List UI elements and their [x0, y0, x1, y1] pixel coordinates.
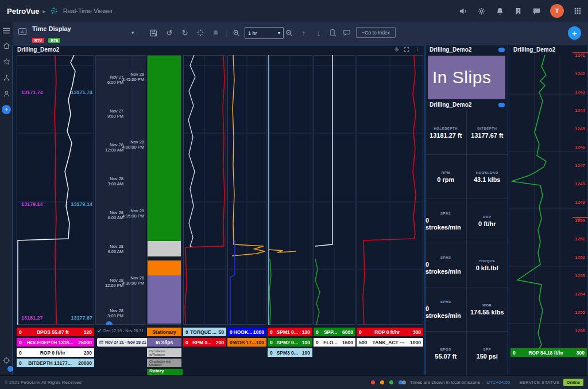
time-cursor-marker[interactable] — [106, 321, 113, 325]
depth-annotation: 13179.14 — [21, 201, 43, 207]
panel-link-icon[interactable] — [498, 48, 505, 52]
legend-state-stationary[interactable]: Stationary — [147, 328, 181, 336]
legend-state-circulation-w-rotation[interactable]: Circulation w/Rotation — [147, 348, 181, 357]
panel-settings-icon[interactable] — [394, 46, 402, 52]
arrow-down-icon[interactable]: ↓ — [314, 28, 324, 38]
legend-rpm[interactable]: 0RPM 0...200 — [183, 338, 226, 347]
legend-spm3[interactable]: 0SPM3 0...100 — [268, 348, 312, 357]
legend-state-in-slips[interactable]: In Slips — [147, 338, 181, 347]
notification-bell-icon[interactable] — [495, 6, 504, 15]
legend-state-circulation-wo-rotation[interactable]: Circulation w/o Rotation — [147, 359, 181, 367]
scale-tick: 1251 — [575, 236, 588, 242]
redo-icon[interactable]: ↻ — [180, 28, 190, 38]
clock-icon — [401, 380, 407, 385]
legend-rop[interactable]: 0ROP 0 ft/hr300 — [357, 328, 423, 336]
brand-logo-text[interactable]: PetroVue — [7, 7, 40, 15]
legend-bpos[interactable]: 0BPOS 55.07 ft120 — [17, 328, 94, 336]
state-block-circulation — [148, 241, 181, 256]
legend-spm2[interactable]: 0SPM2 0...100 — [268, 338, 312, 347]
user-avatar[interactable]: T — [550, 4, 564, 18]
legend-wob[interactable]: 0WOB 17...100 — [227, 338, 266, 347]
zoom-in-icon[interactable] — [231, 28, 241, 38]
panel-expand-icon[interactable] — [404, 46, 412, 52]
value-cell: SPM30 strokes/min — [425, 287, 467, 332]
user-icon[interactable] — [2, 90, 10, 98]
page-title: Real-Time Viewer — [63, 7, 113, 14]
legend-spp[interactable]: 0SPP...6000 — [314, 328, 355, 336]
full-range-label[interactable]: Dec 12 19 - Nov 28 21 — [97, 328, 144, 333]
volume-icon[interactable] — [458, 6, 467, 15]
settings-gear-icon[interactable] — [477, 6, 486, 15]
sparkle-icon[interactable] — [195, 28, 206, 38]
scale-tick: 1256 — [575, 328, 588, 334]
panel-menu-icon[interactable]: ⋮ — [413, 46, 421, 53]
value-cell: TORQUE0 kft.lbf — [467, 243, 508, 287]
toolbar-bell-icon[interactable] — [210, 28, 220, 38]
status-values-panel[interactable]: Drilling_Demo2 In Slips Drilling_Demo2 H… — [425, 45, 508, 376]
dot-orange[interactable] — [380, 380, 384, 384]
panel-link-icon[interactable] — [498, 103, 505, 107]
value-cell: BITDEPTH13177.67 ft — [467, 111, 508, 155]
track-hook-wob[interactable] — [227, 55, 266, 325]
time-tick-minor: Nov 284:00:00 PM — [119, 139, 144, 150]
save-icon[interactable] — [148, 28, 158, 38]
menu-icon[interactable] — [2, 26, 10, 34]
scale-tick: 1255 — [575, 310, 588, 316]
timezone-value[interactable]: UTC+04:00 — [486, 380, 510, 385]
legend-tank-act[interactable]: 500TANK_ACT ---1000 — [357, 338, 423, 347]
depth-annotation: 13171.74 — [21, 90, 43, 95]
track-rop-tank[interactable] — [357, 55, 423, 325]
target-icon[interactable] — [2, 356, 10, 364]
track-spm[interactable] — [268, 55, 312, 325]
view-dropdown-caret-icon[interactable]: ▾ — [127, 28, 138, 38]
legend-rop-depth-track[interactable]: 0ROP 0 ft/hr200 — [17, 348, 94, 357]
dot-green[interactable] — [389, 380, 393, 384]
main-chart-panel[interactable]: Drilling_Demo2 ⋮ — [13, 45, 424, 376]
bookmark-alert-icon[interactable] — [513, 6, 523, 15]
interval-caret-icon: ▾ — [278, 30, 280, 36]
value-cell: WOB174.55 klbs — [467, 287, 508, 332]
display-type-icon[interactable]: A — [17, 26, 28, 37]
toolbar: A Time Display RTV RTE ▾ ↺ ↻ | 1 hr ▾ ↑ — [0, 22, 588, 45]
rig-state-text: In Slips — [432, 68, 491, 87]
track-spp-flo[interactable] — [314, 55, 355, 325]
legend-hook[interactable]: 0HOOK...1000 — [227, 328, 266, 336]
device-view-icon[interactable] — [327, 28, 338, 38]
undo-icon[interactable]: ↺ — [164, 28, 175, 38]
legend-flo[interactable]: 0FLO...1600 — [314, 338, 355, 347]
time-tick-minor: Nov 284:30:00 PM — [119, 275, 144, 286]
apps-grid-icon[interactable] — [573, 6, 582, 15]
legend-holedepth[interactable]: 0HOLEDEPTH 1318...25000 — [17, 338, 94, 347]
view-badges: RTV RTE — [32, 34, 62, 44]
home-icon[interactable] — [2, 41, 10, 49]
messages-icon[interactable] — [532, 6, 541, 15]
star-icon[interactable] — [2, 57, 10, 65]
go-to-index-button[interactable]: ~Go to Index — [356, 27, 396, 38]
legend-torque[interactable]: 0TORQUE ...50 — [183, 328, 226, 336]
comment-icon[interactable] — [342, 28, 352, 38]
sidebar-add-button[interactable]: + — [2, 105, 11, 114]
legend-spm1[interactable]: 0SPM1 0...120 — [268, 328, 312, 336]
time-tick-minor: Nov 284:15:00 PM — [119, 208, 144, 219]
legend-bitdepth[interactable]: 0BITDEPTH 13177...20000 — [17, 359, 94, 367]
track-rig-state[interactable] — [147, 55, 181, 325]
depth-annotation: 13177.67 — [59, 315, 92, 321]
scale-tick: 1243 — [575, 90, 588, 95]
right-chart-panel[interactable]: Drilling_Demo2 1241 1242 1243 1244 1245 … — [509, 45, 588, 376]
dot-red[interactable] — [371, 380, 375, 384]
panel-title: Drilling_Demo2 — [17, 46, 59, 53]
legend-rop-right[interactable]: 0ROP 54.18 ft/hr300 — [510, 348, 587, 357]
add-panel-button[interactable]: + — [568, 26, 581, 40]
network-icon[interactable] — [2, 73, 10, 81]
track-depth[interactable] — [17, 55, 94, 325]
track-torque-rpm[interactable] — [183, 55, 226, 325]
header-actions: T — [458, 0, 582, 22]
petrovue-logo-icon — [49, 6, 59, 15]
time-tick: Nov 289:00 AM — [98, 244, 123, 254]
service-status-badge: Online — [563, 379, 583, 386]
selected-range-button[interactable]: Nov 27 21 - Nov 28 21 — [97, 338, 149, 347]
arrow-up-icon[interactable]: ↑ — [299, 28, 309, 38]
depth-annotation: 13171.74 — [59, 90, 92, 95]
interval-select[interactable]: 1 hr ▾ — [245, 27, 284, 39]
zoom-out-icon[interactable] — [284, 28, 294, 38]
